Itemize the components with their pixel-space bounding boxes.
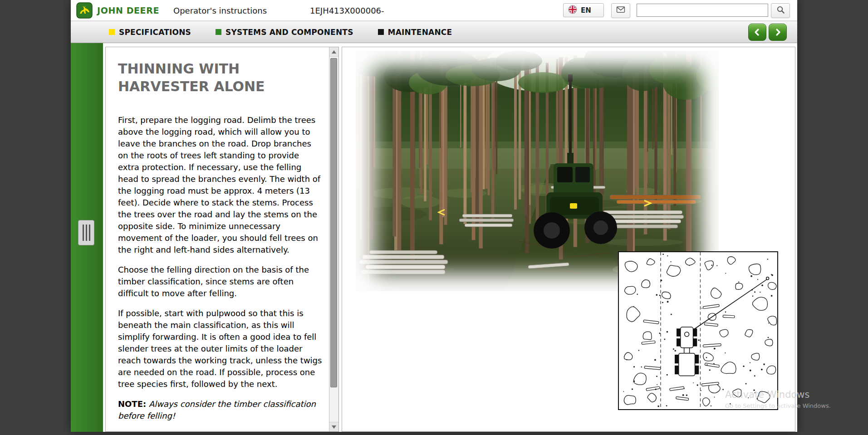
note-text: Always consider the timber classificatio… <box>118 399 316 420</box>
chevron-right-icon <box>772 27 783 38</box>
illustration-panel <box>342 47 795 432</box>
tab-systems-and-components[interactable]: SYSTEMS AND COMPONENTS <box>216 28 353 37</box>
section-toolbar: SPECIFICATIONS SYSTEMS AND COMPONENTS MA… <box>71 21 797 43</box>
paragraph: First, prepare the logging road. Delimb … <box>118 114 323 256</box>
tab-label: SPECIFICATIONS <box>119 28 191 37</box>
language-label: EN <box>581 6 591 15</box>
triangle-down-icon <box>332 425 336 429</box>
scrollbar-thumb[interactable] <box>330 58 337 387</box>
tab-specifications[interactable]: SPECIFICATIONS <box>109 28 191 37</box>
thinning-diagram <box>618 251 778 410</box>
scroll-down-button[interactable] <box>329 422 338 431</box>
john-deere-logo-icon <box>76 2 93 19</box>
next-page-button[interactable] <box>769 24 787 41</box>
document-title: Operator's instructions <box>173 6 267 15</box>
tab-label: SYSTEMS AND COMPONENTS <box>226 28 353 37</box>
article-body: THINNING WITH HARVESTER ALONE First, pre… <box>106 47 329 431</box>
serial-number: 1EJH413X000006- <box>310 6 384 15</box>
brand-wordmark: JOHN DEERE <box>97 5 159 15</box>
app-window: JOHN DEERE Operator's instructions 1EJH4… <box>71 0 797 432</box>
tab-maintenance[interactable]: MAINTENANCE <box>378 28 452 37</box>
section-tabs: SPECIFICATIONS SYSTEMS AND COMPONENTS MA… <box>109 21 452 43</box>
paragraph: Choose the felling direction on the basi… <box>118 264 323 299</box>
search-input[interactable] <box>637 4 768 17</box>
paragraph: If possible, start with pulpwood so that… <box>118 308 323 390</box>
chevron-left-icon <box>752 27 763 38</box>
maintenance-color-swatch <box>378 29 384 35</box>
note-label: NOTE: <box>118 399 146 409</box>
instruction-text-panel: THINNING WITH HARVESTER ALONE First, pre… <box>105 47 339 432</box>
content-area: THINNING WITH HARVESTER ALONE First, pre… <box>71 43 797 432</box>
triangle-up-icon <box>332 50 336 54</box>
page-navigation <box>748 24 787 41</box>
magnifier-icon <box>776 5 785 16</box>
envelope-icon <box>616 6 625 15</box>
systems-color-swatch <box>216 29 221 35</box>
note: NOTE: Always consider the timber classif… <box>118 398 323 422</box>
tab-label: MAINTENANCE <box>388 28 452 37</box>
panel-splitter-handle[interactable] <box>78 220 94 245</box>
mail-button[interactable] <box>611 3 630 18</box>
language-selector[interactable]: EN <box>563 3 604 17</box>
scroll-up-button[interactable] <box>329 47 338 57</box>
top-bar: JOHN DEERE Operator's instructions 1EJH4… <box>71 0 797 21</box>
previous-page-button[interactable] <box>748 24 766 41</box>
specifications-color-swatch <box>109 29 115 35</box>
uk-flag-icon <box>568 5 577 16</box>
search-button[interactable] <box>771 3 790 18</box>
text-scrollbar[interactable] <box>329 47 338 431</box>
article-title: THINNING WITH HARVESTER ALONE <box>118 60 293 95</box>
